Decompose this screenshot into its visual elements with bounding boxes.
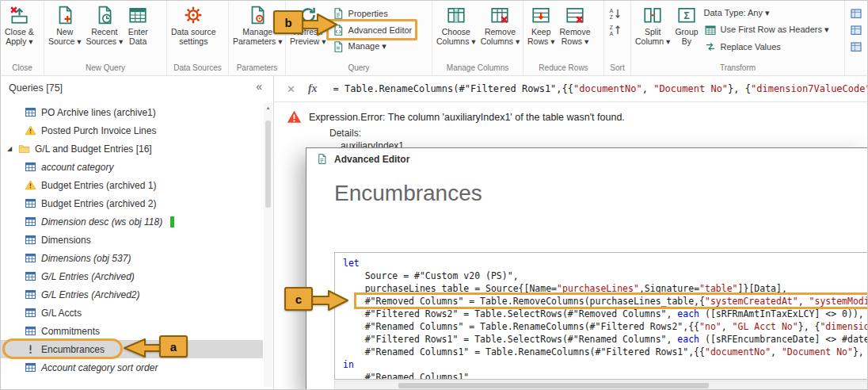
svg-text:Z: Z: [610, 24, 613, 29]
button-label: Keep Rows ▾: [527, 27, 554, 46]
ribbon-group-label: Manage Columns: [432, 62, 523, 75]
close-apply-button[interactable]: Close & Apply ▾: [2, 2, 36, 46]
code-token: "systemCreatedAt": [705, 296, 798, 307]
choose-columns-button[interactable]: Choose Columns ▾: [434, 2, 478, 46]
replace-values-button[interactable]: Replace Values: [701, 38, 832, 55]
query-item-label: Dimensions (obj 537): [41, 253, 131, 264]
group-by-button[interactable]: ΣGroup By: [672, 2, 700, 46]
error-warning-icon: [287, 109, 302, 124]
ribbon-group-transform: Split Column ▾ΣGroup ByData Type: Any ▾U…: [631, 1, 845, 75]
code-token: in: [343, 359, 354, 370]
split-column-icon: [642, 5, 663, 25]
partial-icon-button[interactable]: [847, 5, 866, 21]
advanced-editor-button[interactable]: Advanced Editor: [329, 21, 416, 38]
use-first-row-as-headers-button[interactable]: Use First Row as Headers ▾: [701, 21, 832, 38]
button-label: New Source ▾: [48, 27, 81, 46]
sidebar-scrollbar[interactable]: ▲: [264, 103, 272, 387]
code-token: #"Renamed Columns1" = Table.RenameColumn…: [343, 346, 705, 358]
query-name-heading: Encumbrances: [334, 181, 868, 206]
button-label: Use First Row as Headers ▾: [721, 25, 829, 35]
code-token: #"Filtered Rows1" = Table.SelectRows(#"R…: [343, 334, 677, 345]
formula-token: "dimension7ValueCode": [751, 83, 867, 94]
partial-icon: [850, 40, 862, 53]
button-label: Enter Data: [128, 27, 148, 46]
query-item-budget-entries-archived-2[interactable]: Budget Entries (archived 2): [1, 194, 263, 212]
ribbon-group-label: New Query: [44, 62, 166, 75]
query-item-label: Encumbrances: [41, 344, 105, 355]
manage-parameters-icon: [247, 5, 268, 25]
collapse-pane-icon[interactable]: «: [256, 80, 262, 93]
fx-icon: fx: [308, 82, 318, 95]
ribbon-group-reduce-rows: Keep Rows ▾Remove Rows ▾Reduce Rows: [523, 1, 604, 75]
query-item-label: G/L Accts: [41, 308, 82, 319]
query-item-g-l-entries-archived[interactable]: G/L Entries (Archived): [1, 267, 263, 285]
ribbon-group-label: Query: [286, 62, 432, 75]
query-item-account-category-sort-order[interactable]: Account category sort order: [1, 358, 263, 377]
properties-button[interactable]: Properties: [329, 5, 416, 21]
code-token: "dimension2Va: [820, 321, 868, 332]
cancel-formula-icon[interactable]: ✕: [287, 83, 295, 95]
horizontal-scrollbar[interactable]: [334, 380, 868, 390]
table-icon: [25, 161, 36, 173]
table-icon: [25, 216, 36, 228]
sort-ascending-icon-button[interactable]: AZ: [606, 5, 625, 21]
code-token: #"Filtered Rows2" = Table.SelectRows(#"R…: [343, 308, 677, 319]
data-source-settings-button[interactable]: Data source settings: [169, 2, 219, 46]
query-item-dimensions-obj-537[interactable]: Dimensions (obj 537): [1, 249, 263, 267]
code-token: "purchaseLines": [557, 283, 639, 294]
query-item-label: Dimension desc (ws obj 118): [41, 216, 162, 228]
annotation-a-label: a: [159, 335, 188, 358]
ribbon-group-label: Close: [1, 62, 44, 75]
code-token: ,: [798, 296, 809, 307]
annotation-b-label: b: [273, 10, 303, 34]
annotation-a: a: [121, 335, 192, 359]
code-line: in: [343, 358, 868, 371]
table-icon: [25, 289, 36, 300]
query-item-g-l-accts[interactable]: G/L Accts: [1, 304, 263, 322]
expand-arrow-icon[interactable]: ◢: [6, 145, 13, 152]
formula-input[interactable]: = Table.RenameColumns(#"Filtered Rows1",…: [333, 83, 867, 94]
query-item-g-l-and-budget-entries-16[interactable]: ◢G/L and Budget Entries [16]: [1, 140, 263, 158]
keep-rows-button[interactable]: Keep Rows ▾: [525, 2, 557, 46]
recent-sources-button[interactable]: Recent Sources ▾: [83, 2, 125, 46]
button-label: Recent Sources ▾: [86, 27, 123, 46]
remove-rows-button[interactable]: Remove Rows ▾: [557, 2, 592, 46]
queries-pane-header: Queries [75] «: [1, 76, 273, 99]
code-editor[interactable]: let Source = #"Custom v20 (PS)", purchas…: [334, 252, 868, 380]
split-column-button[interactable]: Split Column ▾: [633, 2, 672, 46]
new-source-button[interactable]: New Source ▾: [46, 2, 83, 46]
button-label: Data source settings: [171, 27, 216, 46]
query-item-dimensions[interactable]: Dimensions: [1, 231, 263, 249]
query-item-po-archive-lines-archive1[interactable]: PO Archive lines (archive1): [1, 103, 263, 121]
scroll-up-icon[interactable]: ▲: [264, 103, 272, 113]
query-item-label: Dimensions: [41, 235, 91, 246]
first-row-headers-icon: [704, 24, 717, 36]
enter-data-button[interactable]: Enter Data: [125, 2, 150, 46]
query-item-g-l-entries-archived2[interactable]: G/L Entries (Archived2): [1, 285, 263, 304]
data-type-any-button[interactable]: Data Type: Any ▾: [701, 5, 832, 21]
query-item-budget-entries-archived-1[interactable]: Budget Entries (archived 1): [1, 176, 263, 194]
scrollbar-thumb[interactable]: [265, 120, 271, 208]
exclamation-icon: [25, 343, 36, 355]
choose-columns-icon: [446, 5, 466, 25]
ribbon-group-label: Reduce Rows: [523, 62, 603, 75]
query-item-dimension-desc-ws-obj-118[interactable]: Dimension desc (ws obj 118): [1, 212, 263, 231]
table-icon: [25, 197, 36, 209]
error-panel: Expression.Error: The column 'auxiliaryI…: [274, 102, 867, 150]
button-label: Manage ▾: [348, 41, 386, 52]
code-line: #"Renamed Columns1": [343, 371, 868, 380]
sort-descending-icon: ZA: [609, 24, 622, 36]
partial-icon-button[interactable]: [847, 21, 866, 38]
code-token: "Document No": [782, 346, 853, 358]
partial-icon-button[interactable]: [847, 38, 866, 55]
green-marker: [170, 216, 174, 228]
query-item-posted-purch-invoice-lines[interactable]: Posted Purch Invoice Lines: [1, 121, 263, 140]
svg-text:A: A: [610, 7, 614, 13]
code-token: let: [343, 258, 360, 269]
query-item-account-category[interactable]: account category: [1, 158, 263, 176]
scrollbar-thumb[interactable]: [398, 383, 709, 388]
annotation-c-label: c: [284, 287, 313, 311]
remove-columns-button[interactable]: Remove Columns ▾: [478, 2, 523, 46]
sort-descending-icon-button[interactable]: ZA: [606, 21, 625, 38]
manage-button[interactable]: Manage ▾: [329, 38, 416, 55]
